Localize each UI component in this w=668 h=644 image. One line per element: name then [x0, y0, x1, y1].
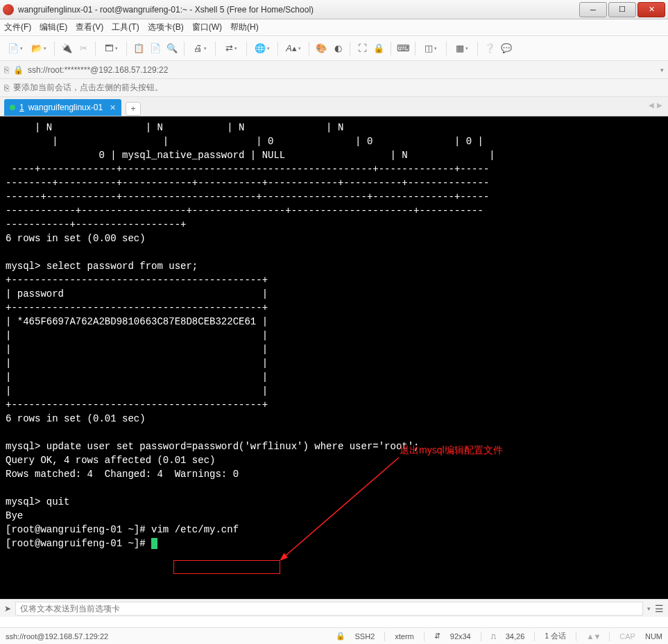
tab-nav: ◀ ▶: [649, 101, 662, 109]
new-session-button[interactable]: 📄▾: [4, 41, 26, 56]
disconnect-button[interactable]: ✂: [76, 41, 91, 56]
separator: [446, 42, 447, 55]
hint-bar: ⎘ 要添加当前会话，点击左侧的箭头按钮。: [0, 79, 668, 97]
tab-strip: 1 wangruifenglinux-01 ✕ + ◀ ▶: [0, 97, 668, 116]
status-term: xterm: [395, 632, 414, 641]
separator: [391, 42, 391, 55]
separator: [246, 42, 247, 55]
size-icon: ⇵: [434, 632, 440, 641]
tab-prev-icon[interactable]: ◀: [649, 101, 654, 109]
updown-icon: ▲ ▼: [586, 632, 599, 641]
separator: [215, 42, 216, 55]
maximize-button[interactable]: ☐: [608, 2, 636, 17]
hint-text: 要添加当前会话，点击左侧的箭头按钮。: [13, 82, 163, 94]
menu-view[interactable]: 查看(V): [76, 21, 103, 33]
address-dropdown-icon[interactable]: ▾: [660, 67, 664, 73]
separator: [350, 42, 350, 55]
help-button[interactable]: ❔: [482, 41, 497, 56]
menu-window[interactable]: 窗口(W): [192, 21, 222, 33]
scroll-down-icon[interactable]: ▼: [0, 564, 668, 574]
color-button[interactable]: 🎨: [314, 41, 329, 56]
separator: [277, 42, 278, 55]
menu-help[interactable]: 帮助(H): [230, 21, 259, 33]
status-size: 92x34: [450, 632, 471, 641]
session-tab[interactable]: 1 wangruifenglinux-01 ✕: [4, 99, 121, 116]
status-cap: CAP: [619, 632, 635, 641]
terminal-scrollbar[interactable]: ▲ ▼: [0, 555, 668, 574]
lock-icon: 🔒: [336, 632, 345, 641]
toolbar: 📄▾ 📂▾ 🔌 ✂ 🗔▾ 📋 📄 🔍 🖨▾ ⇄▾ 🌐▾ A▴▾ 🎨 ◐ ⛶ 🔒 …: [0, 36, 668, 61]
scroll-up-icon[interactable]: ▲: [0, 555, 668, 564]
address-bar: ⎘ 🔒 ssh://root:********@192.168.57.129:2…: [0, 61, 668, 79]
input-dropdown-icon[interactable]: ▾: [647, 605, 651, 612]
status-cursor-pos: 34,26: [506, 632, 525, 641]
status-bar: ssh://root@192.168.57.129:22 🔒 SSH2 xter…: [0, 627, 668, 644]
separator: [95, 42, 96, 55]
menu-tools[interactable]: 工具(T): [112, 21, 139, 33]
new-tab-button[interactable]: +: [126, 102, 141, 116]
separator: [384, 632, 385, 641]
command-input[interactable]: [15, 602, 643, 616]
tab-label: wangruifenglinux-01: [28, 103, 103, 112]
find-button[interactable]: 🔍: [164, 41, 180, 56]
app-icon: [3, 4, 14, 15]
menu-edit[interactable]: 编辑(E): [40, 21, 67, 33]
open-button[interactable]: 📂▾: [28, 41, 50, 56]
separator: [415, 42, 416, 55]
lock-icon: 🔒: [13, 65, 24, 75]
menu-file[interactable]: 文件(F): [4, 21, 31, 33]
send-target-icon[interactable]: ➤: [4, 604, 11, 613]
font-button[interactable]: A▴▾: [282, 41, 305, 56]
keyboard-button[interactable]: ⌨: [395, 41, 411, 56]
separator: [126, 42, 127, 55]
transfer-button[interactable]: ⇄▾: [220, 41, 242, 56]
separator: [54, 42, 55, 55]
annotation-text: 退出mysql编辑配置文件: [400, 444, 503, 457]
close-button[interactable]: ✕: [637, 2, 665, 17]
tab-index: 1: [19, 103, 24, 112]
window-buttons: ─ ☐ ✕: [578, 2, 665, 17]
menubar: 文件(F) 编辑(E) 查看(V) 工具(T) 选项卡(B) 窗口(W) 帮助(…: [0, 19, 668, 36]
copy-button[interactable]: 📋: [131, 41, 146, 56]
separator: [424, 632, 425, 641]
tile-button[interactable]: ▦▾: [451, 41, 473, 56]
separator: [609, 632, 610, 641]
separator: [481, 632, 481, 641]
window-title: wangruifenglinux-01 - root@wangruifeng-0…: [18, 5, 578, 15]
separator: [477, 42, 478, 55]
address-text[interactable]: ssh://root:********@192.168.57.129:22: [28, 65, 656, 75]
tab-close-icon[interactable]: ✕: [110, 103, 116, 112]
terminal[interactable]: | N | N | N | N | | | 0 | 0 | 0 | 0 | my…: [0, 116, 668, 555]
minimize-button[interactable]: ─: [579, 2, 607, 17]
status-dot-icon: [10, 105, 15, 110]
fullscreen-button[interactable]: ⛶: [354, 41, 370, 56]
web-button[interactable]: 🌐▾: [251, 41, 273, 56]
status-protocol: SSH2: [355, 632, 375, 641]
about-button[interactable]: 💬: [499, 41, 514, 56]
cursor-icon: ⎍: [491, 632, 496, 641]
input-bar: ➤ ▾ ☰: [0, 599, 668, 617]
annotation-box: [173, 560, 280, 574]
tab-next-icon[interactable]: ▶: [657, 101, 662, 109]
properties-button[interactable]: 🗔▾: [100, 41, 122, 56]
separator: [576, 632, 576, 641]
reconnect-button[interactable]: 🔌: [59, 41, 74, 56]
separator: [534, 632, 535, 641]
lock-button[interactable]: 🔒: [371, 41, 386, 56]
menu-tabs[interactable]: 选项卡(B): [148, 21, 184, 33]
paste-button[interactable]: 📄: [148, 41, 163, 56]
separator: [309, 42, 309, 55]
hint-icon: ⎘: [4, 83, 9, 93]
status-connection: ssh://root@192.168.57.129:22: [6, 632, 108, 641]
input-menu-icon[interactable]: ☰: [655, 603, 664, 614]
encoding-button[interactable]: ◐: [330, 41, 345, 56]
print-button[interactable]: 🖨▾: [189, 41, 211, 56]
layout-button[interactable]: ◫▾: [420, 41, 442, 56]
status-num: NUM: [645, 632, 662, 641]
status-sessions: 1 会话: [545, 631, 566, 641]
terminal-wrap: | N | N | N | N | | | 0 | 0 | 0 | 0 | my…: [0, 116, 668, 599]
separator: [184, 42, 185, 55]
window-titlebar: wangruifenglinux-01 - root@wangruifeng-0…: [0, 0, 668, 19]
add-session-icon[interactable]: ⎘: [4, 65, 9, 75]
